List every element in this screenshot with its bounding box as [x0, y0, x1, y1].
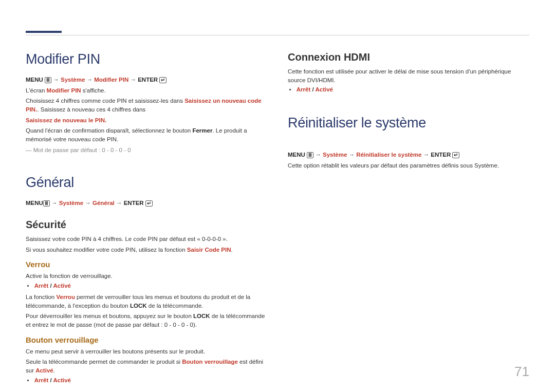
enter-icon: ↵ [159, 77, 166, 83]
heading-bouton-verrouillage: Bouton verrouillage [26, 335, 267, 344]
nav-general: Général [92, 200, 115, 206]
nav-reinitialiser: Réinitialiser le système [356, 152, 421, 158]
text-red: Modifier PIN [47, 87, 81, 94]
heading-general: Général [26, 175, 267, 191]
modifier-pin-desc-3: Quand l'écran de confirmation disparaît,… [26, 126, 267, 143]
enter-label: ENTER [124, 200, 144, 206]
verrou-desc-3: Pour déverrouiller les menus et boutons,… [26, 312, 267, 329]
text: Pour déverrouiller les menus et boutons,… [26, 313, 193, 319]
text: La fonction [26, 294, 56, 300]
modifier-pin-reenter-label: Saisissez de nouveau le PIN. [26, 116, 267, 125]
option-verrou: Arrêt / Activé [33, 283, 267, 289]
bouton-desc-2: Seule la télécommande permet de commande… [26, 358, 267, 375]
lock-button-label: LOCK [193, 313, 210, 319]
text: de la télécommande. [147, 303, 203, 309]
menu-label: MENU [288, 152, 305, 158]
nav-systeme: Système [61, 77, 85, 83]
nav-systeme: Système [323, 152, 347, 158]
menu-icon: Ⅲ [307, 152, 313, 158]
page-number: 71 [514, 364, 529, 380]
modifier-pin-desc-1: L'écran Modifier PIN s'affiche. [26, 86, 267, 95]
text: L'écran [26, 87, 47, 94]
text: . [231, 247, 233, 253]
text-red: Activé [35, 367, 53, 374]
heading-verrou: Verrou [26, 260, 267, 269]
heading-modifier-pin: Modifier PIN [26, 51, 267, 67]
option-on: Activé [315, 86, 333, 92]
nav-path-general: MENUⅢ → Système → Général → ENTER ↵ [26, 199, 267, 208]
option-on: Activé [53, 377, 71, 383]
lock-button-label: LOCK [130, 303, 147, 309]
text: Si vous souhaitez modifier votre code PI… [26, 247, 187, 253]
heading-securite: Sécurité [26, 219, 267, 231]
enter-icon: ↵ [452, 152, 459, 158]
nav-modifier-pin: Modifier PIN [94, 77, 128, 83]
option-off: Arrêt [34, 283, 48, 289]
menu-icon: Ⅲ [45, 77, 51, 83]
securite-desc-1: Saisissez votre code PIN à 4 chiffres. L… [26, 235, 267, 244]
enter-icon: ↵ [145, 200, 153, 207]
heading-reinitialiser: Réinitialiser le système [288, 115, 529, 131]
nav-systeme: Système [59, 200, 83, 206]
nav-path-modifier-pin: MENU Ⅲ → Système → Modifier PIN → ENTER … [26, 76, 267, 84]
text: Choisissez 4 chiffres comme code PIN et … [26, 98, 184, 104]
text: . Saisissez à nouveau ces 4 chiffres dan… [37, 106, 145, 113]
menu-label: MENU [26, 77, 43, 83]
heading-connexion-hdmi: Connexion HDMI [288, 51, 529, 63]
text-red: Verrou [56, 294, 75, 300]
securite-desc-2: Si vous souhaitez modifier votre code PI… [26, 246, 267, 254]
verrou-desc-2: La fonction Verrou permet de verrouiller… [26, 293, 267, 310]
modifier-pin-desc-2: Choisissez 4 chiffres comme code PIN et … [26, 97, 267, 114]
saisir-code-pin: Saisir Code PIN [187, 247, 231, 253]
text: Mot de passe par défaut : 0 - 0 - 0 - 0 [33, 147, 131, 153]
option-hdmi: Arrêt / Activé [295, 86, 529, 92]
menu-icon: Ⅲ [43, 200, 50, 207]
text: . [53, 367, 55, 374]
text: Quand l'écran de confirmation disparaît,… [26, 127, 192, 134]
default-password-note: ― Mot de passe par défaut : 0 - 0 - 0 - … [26, 146, 267, 155]
verrou-desc-1: Active la fonction de verrouillage. [26, 272, 267, 281]
option-bouton-verrouillage: Arrêt / Activé [33, 377, 267, 383]
option-off: Arrêt [297, 86, 310, 92]
text: Seule la télécommande permet de commande… [26, 359, 182, 365]
text: s'affiche. [81, 87, 106, 94]
option-off: Arrêt [34, 377, 48, 383]
close-button-label: Fermer [192, 127, 212, 134]
enter-label: ENTER [431, 152, 451, 158]
bouton-desc-1: Ce menu peut servir à verrouiller les bo… [26, 347, 267, 356]
option-on: Activé [53, 283, 71, 289]
text-red: Bouton verrouillage [182, 359, 238, 365]
reset-desc: Cette option rétablit les valeurs par dé… [288, 161, 529, 170]
menu-label: MENU [26, 200, 43, 206]
hdmi-desc: Cette fonction est utilisée pour activer… [288, 67, 529, 84]
nav-path-reset: MENU Ⅲ → Système → Réinitialiser le syst… [288, 151, 529, 159]
enter-label: ENTER [138, 77, 158, 83]
